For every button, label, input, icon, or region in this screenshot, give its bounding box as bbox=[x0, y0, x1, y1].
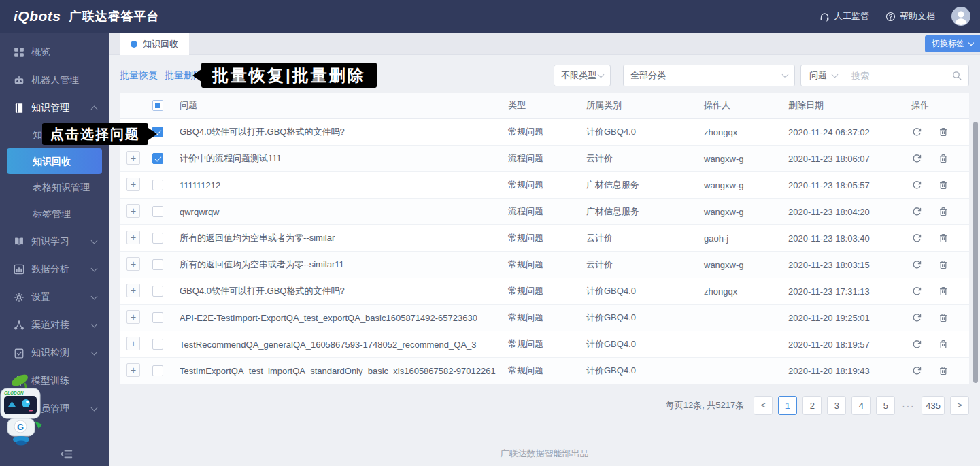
page-button-1[interactable]: 1 bbox=[778, 396, 797, 415]
cell-question: 所有的返回值均为空串或者为零--similar11 bbox=[180, 259, 508, 271]
chevron-down-icon bbox=[782, 71, 789, 78]
cell-category: 广材信息服务 bbox=[586, 179, 704, 191]
prev-page-button[interactable]: < bbox=[754, 396, 773, 415]
search-input[interactable] bbox=[843, 71, 952, 81]
tab-knowledge-recycle[interactable]: 知识回收 bbox=[120, 33, 189, 55]
expand-row-button[interactable] bbox=[126, 310, 140, 324]
trash-icon[interactable] bbox=[938, 153, 949, 164]
row-checkbox[interactable] bbox=[152, 365, 163, 376]
expand-row-button[interactable] bbox=[126, 151, 140, 165]
select-all-checkbox[interactable] bbox=[152, 100, 163, 111]
next-page-button[interactable]: > bbox=[950, 396, 969, 415]
restore-icon[interactable] bbox=[911, 365, 922, 376]
sidebar-item-table-knowledge-management[interactable]: 表格知识管理 bbox=[0, 174, 109, 201]
restore-icon[interactable] bbox=[911, 286, 922, 297]
sidebar-item-settings[interactable]: 设置 bbox=[0, 283, 109, 311]
sidebar-item-data-analysis[interactable]: 数据分析 bbox=[0, 255, 109, 283]
page-button-435[interactable]: 435 bbox=[922, 396, 945, 415]
page-scrollbar[interactable] bbox=[973, 122, 978, 383]
cell-question: 计价中的流程问题测试111 bbox=[180, 152, 508, 165]
expand-row-button[interactable] bbox=[126, 363, 140, 377]
trash-icon[interactable] bbox=[938, 233, 949, 244]
restore-icon[interactable] bbox=[911, 339, 922, 350]
restore-icon[interactable] bbox=[911, 153, 922, 164]
cell-actions bbox=[898, 180, 969, 190]
page-button-2[interactable]: 2 bbox=[802, 396, 822, 415]
sidebar-item-robot-management[interactable]: 机器人管理 bbox=[0, 66, 109, 94]
expand-row-button[interactable] bbox=[126, 337, 140, 350]
sidebar-item-tag-management[interactable]: 标签管理 bbox=[0, 201, 109, 227]
sidebar-item-channel-docking[interactable]: 渠道对接 bbox=[0, 311, 109, 339]
expand-row-button[interactable] bbox=[126, 284, 140, 297]
row-checkbox[interactable] bbox=[152, 259, 163, 270]
trash-icon[interactable] bbox=[938, 339, 949, 350]
search-field-select[interactable]: 问题 bbox=[801, 65, 843, 86]
recycle-table: 问题 类型 所属类别 操作人 删除日期 操作 GBQ4.0软件可以打开.GBQ格… bbox=[120, 93, 969, 384]
chevron-down-icon bbox=[91, 404, 98, 411]
type-filter-value: 不限类型 bbox=[561, 69, 596, 82]
restore-icon[interactable] bbox=[911, 312, 922, 323]
cell-operator: zhongqx bbox=[704, 127, 788, 137]
checklist-icon bbox=[14, 348, 24, 359]
batch-restore-link[interactable]: 批量恢复 bbox=[120, 69, 158, 82]
expand-row-button[interactable] bbox=[126, 178, 140, 191]
topnav-help-docs[interactable]: 帮助文档 bbox=[885, 10, 935, 22]
trash-icon[interactable] bbox=[938, 259, 949, 270]
restore-icon[interactable] bbox=[911, 180, 922, 190]
expand-row-button[interactable] bbox=[126, 257, 140, 271]
cell-type: 常规问题 bbox=[508, 179, 586, 191]
divider bbox=[930, 207, 930, 216]
row-checkbox[interactable] bbox=[152, 339, 163, 350]
page-button-5[interactable]: 5 bbox=[876, 396, 895, 415]
expand-row-button[interactable] bbox=[126, 231, 140, 244]
cell-type: 常规问题 bbox=[508, 365, 586, 377]
cell-type: 常规问题 bbox=[508, 126, 586, 138]
search-icon[interactable] bbox=[952, 71, 962, 80]
restore-icon[interactable] bbox=[911, 206, 922, 217]
trash-icon[interactable] bbox=[938, 180, 949, 190]
cell-actions bbox=[898, 365, 969, 376]
more-pages-icon[interactable]: ··· bbox=[900, 401, 916, 411]
divider bbox=[930, 260, 930, 269]
cell-operator: gaoh-j bbox=[704, 233, 788, 244]
trash-icon[interactable] bbox=[938, 312, 949, 323]
row-checkbox[interactable] bbox=[152, 286, 163, 297]
sidebar-item-knowledge-learning[interactable]: 知识学习 bbox=[0, 227, 109, 255]
table-row: TestRecommendQA_generalQA_1605867593-174… bbox=[120, 331, 969, 358]
category-filter-select[interactable]: 全部分类 bbox=[623, 65, 795, 86]
cell-category: 广材信息服务 bbox=[586, 205, 704, 218]
cell-delete-date: 2020-11-23 18:04:20 bbox=[788, 207, 898, 217]
expand-row-button[interactable] bbox=[126, 204, 140, 218]
page-button-3[interactable]: 3 bbox=[827, 396, 846, 415]
restore-icon[interactable] bbox=[911, 259, 922, 270]
restore-icon[interactable] bbox=[911, 233, 922, 244]
sidebar-item-knowledge-management[interactable]: 知识管理 bbox=[0, 94, 109, 122]
chevron-down-icon bbox=[968, 40, 974, 46]
trash-icon[interactable] bbox=[938, 286, 949, 297]
trash-icon[interactable] bbox=[938, 365, 949, 376]
cell-actions bbox=[898, 312, 969, 323]
sidebar-item-knowledge-check[interactable]: 知识检测 bbox=[0, 339, 109, 367]
restore-icon[interactable] bbox=[911, 127, 922, 137]
sidebar-item-knowledge-recycle[interactable]: 知识回收 bbox=[7, 148, 102, 174]
topnav: 人工监管帮助文档 bbox=[820, 7, 970, 26]
column-header-type: 类型 bbox=[508, 99, 586, 112]
type-filter-select[interactable]: 不限类型 bbox=[554, 65, 611, 86]
row-checkbox[interactable] bbox=[152, 233, 163, 244]
trash-icon[interactable] bbox=[938, 127, 949, 137]
sidebar-item-overview[interactable]: 概览 bbox=[0, 38, 109, 66]
page-button-4[interactable]: 4 bbox=[851, 396, 871, 415]
cell-delete-date: 2020-11-23 18:05:57 bbox=[788, 180, 898, 190]
chevron-down-icon bbox=[91, 265, 98, 271]
cell-delete-date: 2020-11-20 18:19:43 bbox=[788, 366, 898, 376]
switch-tags-button[interactable]: 切换标签 bbox=[925, 35, 980, 52]
trash-icon[interactable] bbox=[938, 206, 949, 217]
row-checkbox[interactable] bbox=[152, 153, 163, 164]
collapse-sidebar-icon[interactable] bbox=[60, 449, 73, 459]
table-row: TestImExportQA_test_importQA_standardOnl… bbox=[120, 358, 969, 384]
row-checkbox[interactable] bbox=[152, 206, 163, 217]
user-avatar[interactable] bbox=[951, 7, 970, 26]
topnav-manual-supervision[interactable]: 人工监管 bbox=[820, 10, 869, 22]
row-checkbox[interactable] bbox=[152, 312, 163, 323]
row-checkbox[interactable] bbox=[152, 180, 163, 190]
